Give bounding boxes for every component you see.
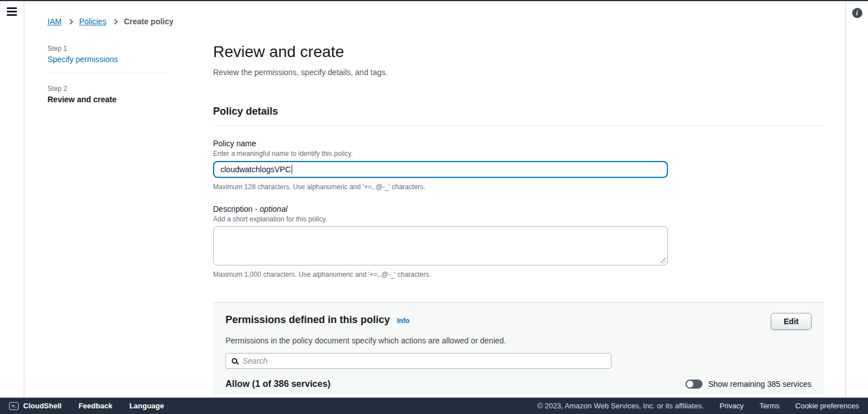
allow-row: Allow (1 of 386 services) Show remaining… xyxy=(225,379,811,389)
search-input[interactable] xyxy=(242,356,605,365)
console-footer: >_ CloudShell Feedback Language © 2023, … xyxy=(0,398,868,414)
policy-name-value: cloudwatchlogsVPC xyxy=(220,165,291,174)
edit-button[interactable]: Edit xyxy=(771,313,811,330)
toggle-knob xyxy=(687,381,693,387)
footer-left: >_ CloudShell Feedback Language xyxy=(9,402,164,410)
info-link[interactable]: Info xyxy=(397,317,410,325)
description-optional-text: optional xyxy=(259,204,287,213)
step-2-current: Review and create xyxy=(47,95,167,104)
permissions-subtitle: Permissions in the policy document speci… xyxy=(225,335,811,346)
wizard-steps-nav: Step 1 Specify permissions Step 2 Review… xyxy=(47,45,167,104)
breadcrumb-iam[interactable]: IAM xyxy=(47,17,62,26)
description-constraint: Maximum 1,000 characters. Use alphanumer… xyxy=(213,270,824,279)
copyright-text: © 2023, Amazon Web Services, Inc. or its… xyxy=(537,402,704,410)
policy-details-heading: Policy details xyxy=(213,104,824,118)
language-button[interactable]: Language xyxy=(129,402,164,410)
allow-summary: Allow (1 of 386 services) xyxy=(225,379,331,389)
permissions-search-box xyxy=(225,353,611,369)
policy-name-help: Enter a meaningful name to identify this… xyxy=(213,149,824,158)
description-help: Add a short explanation for this policy. xyxy=(213,215,824,224)
info-icon[interactable]: i xyxy=(852,8,862,18)
show-remaining-toggle[interactable] xyxy=(685,380,702,389)
hamburger-menu-icon[interactable] xyxy=(7,7,17,16)
hamburger-bar xyxy=(7,14,17,16)
description-textarea-wrap xyxy=(213,226,668,265)
hamburger-bar xyxy=(7,11,17,12)
permissions-heading-group: Permissions defined in this policy Info xyxy=(225,313,410,326)
chevron-right-icon xyxy=(67,19,73,24)
section-divider xyxy=(213,125,824,126)
chevron-right-icon xyxy=(112,19,118,24)
description-label: Description - optional xyxy=(213,203,824,215)
iam-create-policy-page: i IAM Policies Create policy Step 1 Spec… xyxy=(0,0,868,414)
step-1-link[interactable]: Specify permissions xyxy=(47,55,167,64)
cloudshell-label: CloudShell xyxy=(23,402,62,410)
breadcrumb-policies[interactable]: Policies xyxy=(79,17,106,26)
footer-right: © 2023, Amazon Web Services, Inc. or its… xyxy=(537,402,859,410)
breadcrumb-current: Create policy xyxy=(124,17,173,26)
permissions-heading: Permissions defined in this policy xyxy=(225,314,390,325)
page-subtitle: Review the permissions, specify details,… xyxy=(213,67,824,78)
privacy-link[interactable]: Privacy xyxy=(719,402,744,410)
terminal-icon: >_ xyxy=(9,402,19,410)
policy-name-label: Policy name xyxy=(213,138,824,149)
search-icon xyxy=(232,358,237,364)
permissions-panel-header: Permissions defined in this policy Info … xyxy=(225,313,811,330)
description-label-text: Description - xyxy=(213,204,258,213)
cookie-preferences-link[interactable]: Cookie preferences xyxy=(795,402,859,410)
steps-divider xyxy=(47,73,167,73)
left-rail xyxy=(0,1,24,398)
right-rail: i xyxy=(845,1,868,398)
feedback-button[interactable]: Feedback xyxy=(79,402,112,410)
policy-name-constraint: Maximum 128 characters. Use alphanumeric… xyxy=(213,182,824,191)
cloudshell-button[interactable]: >_ CloudShell xyxy=(9,402,62,410)
show-remaining-label: Show remaining 385 services xyxy=(708,380,811,389)
text-caret xyxy=(292,165,293,174)
page-title: Review and create xyxy=(213,42,824,62)
main-column: Review and create Review the permissions… xyxy=(213,1,824,395)
description-textarea[interactable] xyxy=(213,226,668,265)
policy-name-input[interactable]: cloudwatchlogsVPC xyxy=(213,161,668,178)
step-2-number: Step 2 xyxy=(47,85,167,93)
step-1-number: Step 1 xyxy=(47,45,167,53)
main-content: IAM Policies Create policy Step 1 Specif… xyxy=(25,1,845,398)
show-remaining-toggle-group: Show remaining 385 services xyxy=(685,380,811,389)
permissions-panel: Permissions defined in this policy Info … xyxy=(213,302,824,395)
hamburger-bar xyxy=(7,7,17,9)
terms-link[interactable]: Terms xyxy=(760,402,779,410)
